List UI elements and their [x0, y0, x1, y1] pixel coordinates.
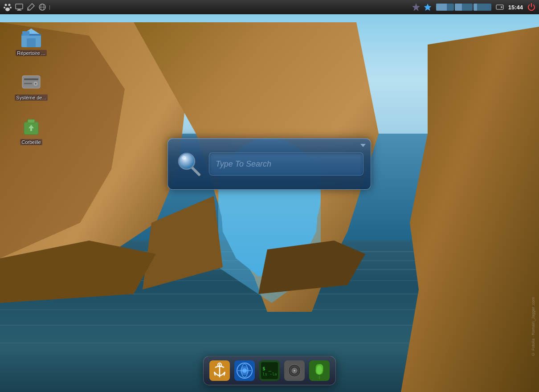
dock-item-media[interactable]	[283, 359, 306, 382]
svg-rect-39	[24, 78, 38, 80]
svg-rect-24	[16, 4, 23, 9]
svg-rect-44	[28, 119, 35, 123]
progress-bars	[436, 4, 491, 11]
taskbar-separator-text: |	[49, 4, 50, 10]
desktop-icon-home[interactable]: Répertoire ...	[13, 27, 49, 56]
svg-point-21	[4, 7, 5, 8]
dock-item-anchor[interactable]	[208, 359, 231, 382]
landscape-svg	[0, 0, 539, 392]
system-tray-icon[interactable]	[411, 2, 421, 12]
svg-line-45	[192, 167, 199, 175]
svg-rect-42	[24, 83, 32, 84]
svg-rect-35	[27, 38, 36, 47]
search-widget	[167, 138, 371, 190]
svg-marker-15	[401, 27, 539, 392]
search-input[interactable]	[216, 159, 357, 169]
dock: $ _ ls -la	[203, 356, 336, 385]
svg-point-20	[8, 4, 11, 6]
paw-icon-button[interactable]	[3, 2, 12, 12]
clock-display: 15:44	[506, 4, 526, 11]
svg-point-41	[35, 83, 37, 85]
svg-point-63	[294, 370, 295, 372]
dock-item-browser[interactable]	[233, 359, 256, 382]
system-drive-label: Système de...	[15, 94, 47, 101]
taskbar-top: | 15:44	[0, 0, 539, 14]
system-drive-icon	[20, 71, 42, 93]
search-magnifier-icon	[177, 151, 202, 176]
search-dropdown-button[interactable]	[360, 142, 366, 148]
svg-point-22	[10, 7, 12, 8]
watermark: © Fotolia · Romain_Jagger .com	[531, 297, 535, 356]
desktop-icon-system-drive[interactable]: Système de...	[13, 71, 49, 101]
dock-item-terminal[interactable]: $ _ ls -la	[258, 359, 281, 382]
trash-label: Corbeille	[20, 139, 42, 145]
svg-rect-38	[22, 76, 40, 88]
svg-text:$ _: $ _	[262, 366, 271, 372]
paintbrush-icon-button[interactable]	[26, 2, 36, 12]
hdd-icon[interactable]	[495, 2, 505, 12]
desktop-icon-trash[interactable]: Corbeille	[13, 116, 49, 145]
svg-text:ls -la: ls -la	[262, 372, 277, 376]
svg-point-46	[179, 153, 195, 169]
trash-icon	[20, 116, 42, 137]
svg-rect-37	[22, 31, 29, 36]
svg-point-32	[501, 6, 502, 8]
network-icon-button[interactable]	[37, 2, 47, 12]
svg-point-27	[28, 8, 29, 10]
search-icon-wrapper	[175, 150, 204, 178]
svg-point-23	[5, 8, 10, 11]
svg-point-68	[317, 366, 322, 375]
home-folder-label: Répertoire ...	[16, 50, 47, 56]
svg-point-19	[5, 4, 7, 6]
dock-item-files[interactable]	[308, 359, 331, 382]
monitor-icon-button[interactable]	[14, 2, 24, 12]
search-input-wrapper[interactable]	[209, 152, 363, 176]
home-folder-icon	[20, 27, 42, 48]
star-icon-button[interactable]	[423, 2, 433, 12]
power-icon[interactable]	[527, 2, 536, 12]
search-container	[167, 138, 371, 190]
